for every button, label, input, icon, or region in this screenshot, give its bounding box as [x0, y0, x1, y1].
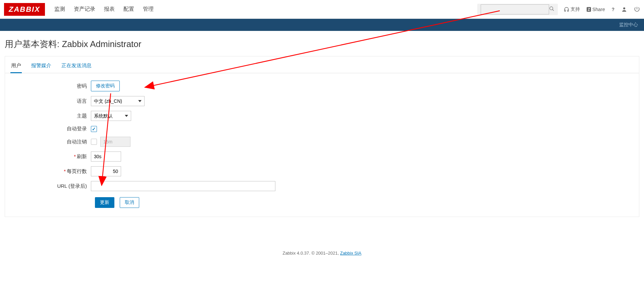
svg-line-1: [552, 9, 554, 11]
tab-messaging[interactable]: 正在发送消息: [61, 60, 92, 73]
autologout-input: 15m: [100, 137, 130, 147]
autologin-label: 自动登录: [13, 126, 91, 132]
subheader-link[interactable]: 监控中心: [619, 22, 638, 28]
nav-monitoring[interactable]: 监测: [54, 6, 65, 13]
share-label: Share: [592, 7, 605, 12]
sub-header: 监控中心: [0, 19, 644, 31]
tab-media[interactable]: 报警媒介: [31, 60, 52, 73]
top-icons: 支持 Z Share ?: [564, 6, 640, 12]
search-box[interactable]: [477, 4, 558, 15]
form-card: 用户 报警媒介 正在发送消息 密码 修改密码 语言 中文 (zh_CN) 主题 …: [5, 56, 639, 217]
tab-user[interactable]: 用户: [10, 60, 22, 73]
zabbix-icon: Z: [587, 7, 591, 12]
nav-inventory[interactable]: 资产记录: [74, 6, 95, 13]
autologout-label: 自动注销: [13, 139, 91, 145]
footer-text: Zabbix 4.0.37. © 2001–2021,: [282, 251, 340, 256]
search-input[interactable]: [481, 4, 549, 14]
zabbix-logo[interactable]: ZABBIX: [4, 3, 45, 16]
nav-reports[interactable]: 报表: [104, 6, 115, 13]
support-link[interactable]: 支持: [564, 6, 580, 12]
page-title: 用户基本资料: Zabbix Administrator: [0, 31, 644, 56]
help-link[interactable]: ?: [611, 7, 614, 12]
svg-point-2: [623, 7, 625, 9]
cancel-button[interactable]: 取消: [120, 197, 139, 208]
theme-select[interactable]: 系统默认: [91, 111, 131, 121]
rows-input[interactable]: [91, 166, 121, 176]
top-navbar: ZABBIX 监测 资产记录 报表 配置 管理 支持 Z Share ?: [0, 0, 644, 19]
profile-form: 密码 修改密码 语言 中文 (zh_CN) 主题 系统默认 自动登录 自动注销 …: [5, 73, 639, 217]
share-link[interactable]: Z Share: [587, 7, 605, 12]
footer: Zabbix 4.0.37. © 2001–2021, Zabbix SIA: [0, 224, 644, 262]
main-nav: 监测 资产记录 报表 配置 管理: [54, 6, 154, 13]
tabs: 用户 报警媒介 正在发送消息: [5, 56, 639, 73]
password-label: 密码: [13, 83, 91, 89]
headphones-icon: [564, 7, 569, 12]
url-input[interactable]: [91, 181, 275, 191]
autologout-checkbox[interactable]: [91, 139, 97, 145]
user-icon[interactable]: [621, 6, 627, 12]
language-label: 语言: [13, 98, 91, 104]
search-icon[interactable]: [549, 6, 554, 12]
logout-icon[interactable]: [634, 6, 640, 12]
support-label: 支持: [571, 6, 580, 12]
footer-link[interactable]: Zabbix SIA: [340, 251, 362, 256]
rows-label: *每页行数: [13, 168, 91, 175]
refresh-input[interactable]: [91, 151, 121, 162]
language-select[interactable]: 中文 (zh_CN): [91, 96, 145, 106]
url-label: URL (登录后): [13, 183, 91, 189]
nav-config[interactable]: 配置: [123, 6, 134, 13]
autologin-checkbox[interactable]: [91, 126, 97, 132]
update-button[interactable]: 更新: [95, 197, 114, 208]
change-password-button[interactable]: 修改密码: [91, 81, 120, 91]
nav-admin[interactable]: 管理: [143, 6, 154, 13]
theme-label: 主题: [13, 113, 91, 119]
refresh-label: *刷新: [13, 154, 91, 160]
svg-point-0: [550, 7, 553, 10]
